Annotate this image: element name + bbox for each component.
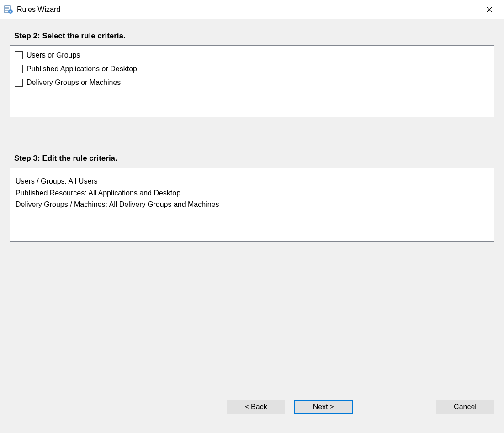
checkbox-label[interactable]: Users or Groups: [27, 51, 80, 59]
step3-edit-box: Users / Groups: All Users Published Reso…: [10, 168, 494, 242]
edit-line-resources: Published Resources: All Applications an…: [16, 187, 488, 199]
step2-criteria-box: Users or Groups Published Applications o…: [10, 45, 494, 117]
window-title: Rules Wizard: [17, 5, 479, 14]
cancel-button[interactable]: Cancel: [436, 400, 494, 414]
checkbox-delivery-groups[interactable]: [15, 79, 23, 87]
app-icon: [4, 5, 13, 14]
spacer: [10, 117, 494, 154]
wizard-button-row: < Back Next > Cancel: [10, 400, 494, 414]
wizard-content: Step 2: Select the rule criteria. Users …: [0, 19, 504, 433]
svg-point-4: [8, 9, 13, 14]
nav-button-group: < Back Next >: [227, 400, 353, 414]
button-gap: [360, 400, 429, 414]
checkbox-published-apps[interactable]: [15, 65, 23, 73]
next-button[interactable]: Next >: [294, 400, 353, 414]
step2-heading: Step 2: Select the rule criteria.: [14, 32, 494, 41]
step3-heading: Step 3: Edit the rule criteria.: [14, 154, 494, 163]
titlebar: Rules Wizard: [0, 0, 504, 19]
edit-line-delivery: Delivery Groups / Machines: All Delivery…: [16, 199, 488, 211]
criteria-item-published-apps: Published Applications or Desktop: [15, 65, 489, 73]
checkbox-label[interactable]: Published Applications or Desktop: [27, 65, 137, 73]
back-button[interactable]: < Back: [227, 400, 285, 414]
criteria-item-users-groups: Users or Groups: [15, 51, 489, 59]
close-icon: [486, 6, 493, 13]
criteria-item-delivery-groups: Delivery Groups or Machines: [15, 79, 489, 87]
checkbox-label[interactable]: Delivery Groups or Machines: [27, 79, 121, 87]
checkbox-users-groups[interactable]: [15, 51, 23, 59]
edit-line-users: Users / Groups: All Users: [16, 175, 488, 187]
close-button[interactable]: [479, 2, 500, 17]
